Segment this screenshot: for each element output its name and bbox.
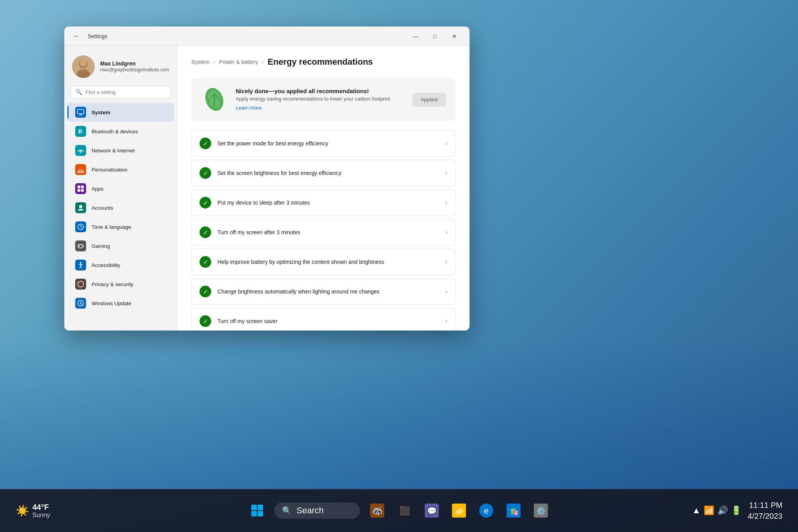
taskbar-search-icon: 🔍 [282, 506, 292, 515]
check-circle-5: ✓ [200, 256, 211, 268]
sidebar-item-label-network: Network & internet [92, 148, 135, 154]
breadcrumb-item-1[interactable]: Power & battery [219, 59, 258, 65]
sidebar-item-gaming[interactable]: Gaming [67, 237, 174, 255]
svg-rect-36 [258, 511, 263, 516]
start-button[interactable] [247, 500, 267, 521]
search-icon: 🔍 [76, 89, 82, 95]
time-nav-icon [75, 221, 86, 232]
taskbar-app-terminal[interactable]: ⬛ [394, 500, 415, 521]
svg-rect-12 [78, 189, 80, 192]
user-profile[interactable]: Max Lindgren max@graphicdesigninstitute.… [64, 51, 177, 86]
taskbar-search-label: Search [297, 505, 324, 516]
taskbar-app-store[interactable]: 🛍️ [503, 500, 524, 521]
weather-widget[interactable]: ☀️ 44°F Sunny [16, 503, 50, 519]
taskbar-app-teams[interactable]: 💬 [422, 500, 442, 521]
svg-text:📁: 📁 [454, 506, 464, 516]
chevron-icon[interactable]: ▲ [692, 505, 701, 516]
rec-label-5: Help improve battery by optimizing the c… [217, 259, 439, 265]
svg-rect-13 [81, 189, 84, 192]
system-tray[interactable]: ▲ 📶 🔊 🔋 [692, 505, 742, 516]
taskbar-app-files[interactable]: 📁 [449, 500, 469, 521]
clock[interactable]: 11:11 PM 4/27/2023 [748, 500, 782, 521]
accessibility-nav-icon [75, 260, 86, 270]
sidebar-item-label-accessibility: Accessibility [92, 262, 120, 268]
sidebar-item-accessibility[interactable]: Accessibility [67, 256, 174, 274]
personalization-nav-icon [75, 164, 86, 175]
weather-icon: ☀️ [16, 504, 29, 517]
svg-point-23 [82, 246, 83, 247]
svg-rect-10 [78, 186, 80, 188]
recommendation-item-3[interactable]: ✓Put my device to sleep after 3 minutes› [191, 189, 455, 216]
check-circle-6: ✓ [200, 286, 211, 297]
sidebar-item-label-system: System [92, 110, 110, 115]
rec-label-7: Turn off my screen saver [217, 318, 439, 324]
settings-window: ← Settings — □ ✕ [64, 27, 470, 331]
search-box[interactable]: 🔍 [71, 86, 171, 98]
banner-text: Nicely done—you applied all recommendati… [236, 88, 404, 111]
minimize-button[interactable]: — [406, 30, 424, 42]
back-button[interactable]: ← [71, 30, 83, 42]
breadcrumb-item-0[interactable]: System [191, 59, 210, 65]
recommendation-item-2[interactable]: ✓Set the screen brightness for best ener… [191, 160, 455, 186]
user-info: Max Lindgren max@graphicdesigninstitute.… [100, 60, 169, 73]
sidebar-item-apps[interactable]: Apps [67, 179, 174, 198]
breadcrumb-separator-2: › [262, 59, 264, 65]
clock-date: 4/27/2023 [748, 511, 782, 521]
svg-text:⬛: ⬛ [399, 505, 410, 516]
taskbar-center: 🔍 Search 🦝 ⬛ 💬 📁 [247, 500, 551, 521]
wifi-icon[interactable]: 📶 [704, 505, 714, 516]
search-input[interactable] [85, 89, 166, 95]
taskbar-app-settings[interactable]: ⚙️ [531, 500, 551, 521]
sidebar-item-network[interactable]: Network & internet [67, 141, 174, 160]
volume-icon[interactable]: 🔊 [717, 505, 728, 516]
svg-rect-33 [251, 505, 257, 510]
svg-line-17 [81, 227, 82, 228]
svg-text:💬: 💬 [427, 506, 437, 516]
sidebar: Max Lindgren max@graphicdesigninstitute.… [64, 46, 177, 331]
maximize-button[interactable]: □ [426, 30, 444, 42]
weather-temp: 44°F [32, 503, 50, 512]
sidebar-item-update[interactable]: Windows Update [67, 294, 174, 313]
recommendation-item-4[interactable]: ✓Turn off my screen after 3 minutes› [191, 219, 455, 246]
network-nav-icon [75, 145, 86, 156]
energy-banner: Nicely done—you applied all recommendati… [191, 78, 455, 121]
breadcrumb: System›Power & battery›Energy recommenda… [191, 57, 455, 67]
sidebar-item-label-bluetooth: Bluetooth & devices [92, 129, 138, 134]
gaming-nav-icon [75, 240, 86, 251]
svg-point-3 [80, 60, 87, 67]
main-content: System›Power & battery›Energy recommenda… [177, 46, 470, 331]
sidebar-item-privacy[interactable]: Privacy & security [67, 275, 174, 293]
update-nav-icon [75, 298, 86, 309]
sidebar-item-personalization[interactable]: Personalization [67, 160, 174, 179]
learn-more-link[interactable]: Learn more [236, 105, 261, 111]
check-circle-3: ✓ [200, 197, 211, 209]
svg-point-14 [79, 205, 82, 208]
svg-rect-35 [251, 511, 257, 516]
rec-label-2: Set the screen brightness for best energ… [217, 170, 439, 176]
recommendation-item-5[interactable]: ✓Help improve battery by optimizing the … [191, 249, 455, 275]
recommendation-item-1[interactable]: ✓Set the power mode for best energy effi… [191, 130, 455, 157]
taskbar-search[interactable]: 🔍 Search [274, 502, 360, 519]
taskbar: ☀️ 44°F Sunny 🔍 Search 🦝 [0, 489, 798, 532]
rec-label-3: Put my device to sleep after 3 minutes [217, 200, 439, 206]
sidebar-item-bluetooth[interactable]: BBluetooth & devices [67, 122, 174, 141]
close-button[interactable]: ✕ [445, 30, 463, 42]
check-circle-1: ✓ [200, 138, 211, 149]
taskbar-app-paint[interactable]: 🦝 [367, 500, 387, 521]
sidebar-item-system[interactable]: System [67, 103, 174, 122]
svg-text:🦝: 🦝 [372, 505, 383, 516]
svg-point-22 [81, 245, 82, 246]
recommendation-item-6[interactable]: ✓Change brightness automatically when li… [191, 278, 455, 305]
taskbar-right: ▲ 📶 🔊 🔋 11:11 PM 4/27/2023 [692, 500, 782, 521]
privacy-nav-icon [75, 279, 86, 290]
sidebar-item-time[interactable]: Time & language [67, 217, 174, 236]
window-controls: — □ ✕ [406, 30, 463, 42]
avatar [72, 55, 95, 78]
sidebar-item-label-apps: Apps [92, 186, 104, 192]
battery-icon[interactable]: 🔋 [731, 505, 742, 516]
taskbar-app-edge[interactable]: e [476, 500, 496, 521]
sidebar-item-label-update: Windows Update [92, 300, 131, 306]
sidebar-item-accounts[interactable]: Accounts [67, 198, 174, 217]
recommendation-item-7[interactable]: ✓Turn off my screen saver› [191, 308, 455, 331]
weather-condition: Sunny [32, 512, 50, 519]
